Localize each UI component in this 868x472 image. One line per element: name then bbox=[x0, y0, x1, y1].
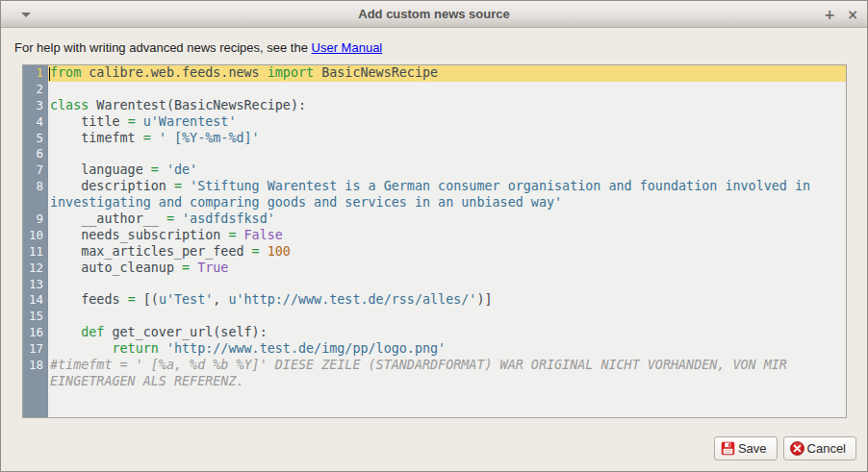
cancel-button-label: Cancel bbox=[807, 441, 846, 456]
code-token: = bbox=[151, 162, 159, 177]
code-token: = bbox=[252, 244, 260, 259]
code-line[interactable]: needs_subscription = False bbox=[48, 228, 846, 244]
code-token: class bbox=[50, 98, 89, 112]
line-number: 2 bbox=[23, 82, 48, 98]
code-token: = bbox=[174, 179, 182, 193]
code-line[interactable]: title = u'Warentest' bbox=[48, 114, 846, 131]
code-token: = bbox=[128, 114, 136, 129]
code-line[interactable]: description = 'Stiftung Warentest is a G… bbox=[48, 179, 846, 195]
line-number: 17 bbox=[23, 341, 48, 358]
code-token: 'http://www.test.de/img/pp/logo.png' bbox=[166, 341, 446, 356]
code-token: = bbox=[228, 228, 236, 242]
line-number: 9 bbox=[23, 211, 48, 228]
add-custom-news-source-dialog: { "window": { "title": "Add custom news … bbox=[0, 0, 868, 472]
code-line[interactable] bbox=[48, 309, 846, 325]
code-token: , bbox=[213, 292, 228, 307]
code-token: u'http://www.test.de/rss/alles/' bbox=[228, 292, 476, 307]
dialog-button-row: Save Cancel bbox=[714, 436, 856, 460]
code-token: from bbox=[50, 65, 81, 80]
maximize-button[interactable]: + bbox=[821, 6, 838, 23]
code-token: BasicNewsRecipe bbox=[314, 65, 438, 80]
code-token: u'Test' bbox=[159, 292, 213, 307]
code-token bbox=[50, 341, 113, 356]
code-line[interactable]: class Warentest(BasicNewsRecipe): bbox=[48, 98, 846, 114]
code-token: [( bbox=[136, 292, 159, 307]
code-token bbox=[159, 341, 166, 356]
code-line[interactable]: def get_cover_url(self): bbox=[48, 325, 846, 341]
code-token: calibre.web.feeds.news bbox=[81, 65, 267, 80]
code-token: 'de' bbox=[166, 162, 197, 177]
code-token: feeds bbox=[50, 292, 128, 307]
code-token: EINGETRAGEN ALS REFERENZ. bbox=[50, 374, 244, 388]
code-line[interactable]: __author__ = 'asdfdsfksd' bbox=[48, 211, 846, 228]
line-number: 15 bbox=[23, 309, 48, 325]
save-button-label: Save bbox=[738, 441, 767, 456]
code-line[interactable]: auto_cleanup = True bbox=[48, 261, 846, 277]
code-line[interactable] bbox=[48, 146, 846, 162]
code-token bbox=[182, 179, 190, 193]
save-icon bbox=[721, 441, 735, 456]
user-manual-link[interactable]: User Manual bbox=[312, 40, 383, 55]
code-token: ' [%Y-%m-%d]' bbox=[159, 131, 260, 145]
help-text-static: For help with writing advanced news reci… bbox=[14, 40, 312, 55]
line-number: 18 bbox=[23, 358, 48, 374]
code-token: timefmt bbox=[50, 131, 143, 145]
code-token: def bbox=[81, 325, 104, 339]
code-token: = bbox=[128, 292, 136, 307]
code-line[interactable]: max_articles_per_feed = 100 bbox=[48, 244, 846, 261]
code-line[interactable]: investigating and comparing goods and se… bbox=[48, 195, 846, 211]
code-line[interactable]: feeds = [(u'Test', u'http://www.test.de/… bbox=[48, 292, 846, 309]
titlebar: Add custom news source + × bbox=[1, 1, 867, 28]
code-token: Warentest(BasicNewsRecipe): bbox=[89, 98, 306, 112]
code-token: auto_cleanup bbox=[50, 261, 182, 275]
code-token: needs_subscription bbox=[50, 228, 228, 242]
line-number: 6 bbox=[23, 146, 48, 162]
line-number bbox=[23, 374, 48, 390]
code-line[interactable]: #timefmt = ' [%a, %d %b %Y]' DIESE ZEILE… bbox=[48, 358, 846, 374]
line-number: 1 bbox=[23, 65, 48, 82]
line-number bbox=[23, 195, 48, 211]
code-token: = bbox=[143, 131, 151, 145]
line-number: 10 bbox=[23, 228, 48, 244]
code-line[interactable] bbox=[48, 82, 846, 98]
code-token: u'Warentest' bbox=[143, 114, 237, 129]
recipe-code-editor[interactable]: 123456789101112131415161718 from calibre… bbox=[22, 64, 847, 418]
save-button[interactable]: Save bbox=[714, 436, 778, 460]
code-line[interactable]: language = 'de' bbox=[48, 162, 846, 179]
line-number: 13 bbox=[23, 277, 48, 293]
code-line[interactable]: from calibre.web.feeds.news import Basic… bbox=[48, 65, 846, 82]
cancel-button[interactable]: Cancel bbox=[783, 436, 856, 460]
line-number: 12 bbox=[23, 261, 48, 277]
code-token bbox=[50, 325, 81, 339]
line-number: 14 bbox=[23, 292, 48, 309]
code-token: language bbox=[50, 162, 151, 177]
code-line[interactable]: timefmt = ' [%Y-%m-%d]' bbox=[48, 131, 846, 147]
code-line[interactable]: return 'http://www.test.de/img/pp/logo.p… bbox=[48, 341, 846, 358]
code-token: get_cover_url(self): bbox=[104, 325, 267, 339]
code-token: description bbox=[50, 179, 174, 193]
window-controls: + × bbox=[821, 1, 861, 28]
code-token bbox=[151, 131, 159, 145]
gutter: 123456789101112131415161718 bbox=[23, 65, 48, 417]
code-rows[interactable]: from calibre.web.feeds.news import Basic… bbox=[48, 65, 846, 417]
code-token: #timefmt = ' [%a, %d %b %Y]' DIESE ZEILE… bbox=[50, 358, 787, 372]
code-token: = bbox=[166, 211, 174, 226]
cancel-icon bbox=[790, 441, 804, 456]
line-number: 5 bbox=[23, 131, 48, 147]
code-token bbox=[190, 261, 197, 275]
code-token: )] bbox=[476, 292, 492, 307]
code-token: 100 bbox=[268, 244, 291, 259]
code-token: __author__ bbox=[50, 211, 166, 226]
code-token: True bbox=[197, 261, 228, 275]
code-line[interactable]: EINGETRAGEN ALS REFERENZ. bbox=[48, 374, 846, 390]
code-token: False bbox=[244, 228, 283, 242]
line-number: 3 bbox=[23, 98, 48, 114]
code-token: max_articles_per_feed bbox=[50, 244, 252, 259]
close-button[interactable]: × bbox=[844, 6, 861, 23]
window-title: Add custom news source bbox=[1, 7, 867, 21]
code-token bbox=[159, 162, 166, 177]
text-cursor-icon bbox=[49, 67, 50, 81]
code-line[interactable] bbox=[48, 277, 846, 293]
help-text: For help with writing advanced news reci… bbox=[14, 40, 382, 55]
line-number: 16 bbox=[23, 325, 48, 341]
